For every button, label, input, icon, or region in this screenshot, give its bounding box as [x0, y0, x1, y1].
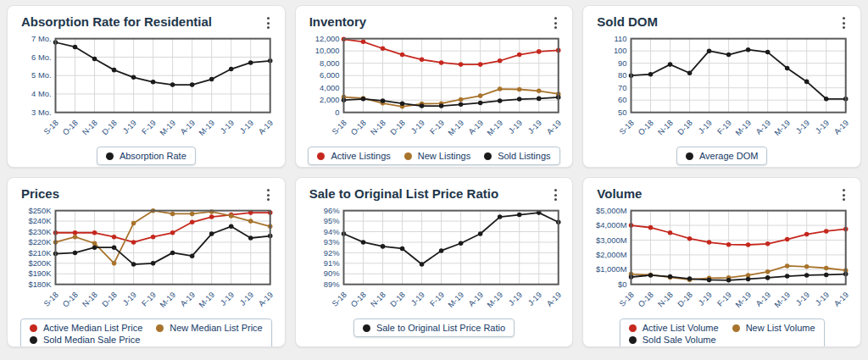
svg-text:N-18: N-18 — [368, 290, 387, 308]
legend-label: New List Volume — [746, 323, 815, 333]
legend-item[interactable]: New Median List Price — [156, 323, 262, 333]
svg-text:$220K: $220K — [28, 237, 52, 246]
svg-text:M-19: M-19 — [446, 290, 465, 309]
legend-item[interactable]: Active List Volume — [629, 323, 719, 333]
svg-text:91%: 91% — [323, 258, 339, 268]
legend-item[interactable]: Active Listings — [317, 151, 390, 161]
y-axis-ticks: $5,000M$4,000M$3,000M$2,000M$1,000M$0 — [596, 206, 627, 289]
svg-text:$1,000M: $1,000M — [596, 264, 627, 274]
svg-text:N-18: N-18 — [81, 118, 99, 136]
x-axis-ticks: S-18O-18N-18D-18J-19F-19M-19A-19M-19J-19… — [330, 118, 563, 137]
chart-title: Volume — [597, 186, 642, 202]
svg-text:90%: 90% — [323, 269, 339, 278]
svg-text:J-19: J-19 — [794, 290, 812, 307]
kebab-menu-icon[interactable] — [837, 186, 850, 204]
legend-row: Sold Sale Volume — [629, 335, 815, 345]
svg-text:3 Mo.: 3 Mo. — [31, 108, 51, 117]
legend-marker-dot — [30, 324, 37, 332]
legend-row: Active ListingsNew ListingsSold Listings — [317, 151, 550, 161]
kebab-menu-icon[interactable] — [549, 14, 562, 32]
legend-box: Absorption Rate — [97, 147, 196, 165]
svg-text:110: 110 — [615, 34, 627, 43]
legend-row: Average DOM — [686, 151, 759, 161]
kebab-menu-icon[interactable] — [262, 186, 275, 204]
svg-text:J-19: J-19 — [794, 118, 812, 136]
svg-text:S-18: S-18 — [330, 290, 348, 308]
chart-legend: Active List VolumeNew List VolumeSold Sa… — [592, 318, 852, 347]
svg-text:5 Mo.: 5 Mo. — [31, 70, 51, 80]
svg-text:12,000: 12,000 — [315, 34, 340, 43]
svg-text:J-19: J-19 — [506, 118, 524, 136]
chart-svg: 96%95%94%93%92%91%90%89%S-18O-18N-18D-18… — [304, 206, 565, 316]
legend-item[interactable]: Sale to Original List Price Ratio — [363, 323, 505, 333]
svg-text:94%: 94% — [323, 227, 339, 236]
chart-svg: $5,000M$4,000M$3,000M$2,000M$1,000M$0S-1… — [592, 206, 852, 316]
legend-marker-dot — [363, 324, 370, 332]
kebab-menu-icon[interactable] — [837, 14, 850, 32]
legend-row: Active Median List PriceNew Median List … — [30, 323, 263, 333]
card-header: Sale to Original List Price Ratio — [304, 185, 565, 206]
svg-text:J-19: J-19 — [814, 118, 832, 136]
svg-text:O-18: O-18 — [60, 118, 80, 137]
svg-text:A-19: A-19 — [256, 118, 275, 136]
legend-marker-dot — [404, 152, 412, 160]
svg-text:$0: $0 — [618, 280, 626, 289]
chart-legend: Active Median List PriceNew Median List … — [16, 318, 276, 347]
svg-text:10,000: 10,000 — [315, 46, 340, 55]
legend-row: Absorption Rate — [106, 151, 186, 161]
y-axis-ticks: 1101009080706050 — [614, 34, 627, 117]
svg-text:M-19: M-19 — [197, 290, 216, 309]
svg-text:J-19: J-19 — [218, 118, 236, 136]
svg-text:D-18: D-18 — [100, 290, 119, 308]
svg-text:N-18: N-18 — [656, 118, 675, 136]
svg-text:0: 0 — [335, 108, 339, 117]
svg-text:$180K: $180K — [28, 280, 52, 289]
chart-legend: Average DOM — [592, 147, 852, 165]
svg-text:D-18: D-18 — [387, 290, 406, 308]
x-axis-ticks: S-18O-18N-18D-18J-19F-19M-19A-19M-19J-19… — [42, 118, 275, 137]
chart-card-absorption-rate: Absorption Rate for Residential 7 Mo.6 M… — [7, 5, 286, 168]
legend-item[interactable]: Sold Sale Volume — [629, 335, 716, 345]
x-axis-ticks: S-18O-18N-18D-18J-19F-19M-19A-19M-19J-19… — [617, 290, 850, 309]
legend-box: Average DOM — [676, 147, 768, 165]
chart-plot-area: 1101009080706050S-18O-18N-18D-18J-19F-19… — [592, 34, 852, 144]
x-axis-ticks: S-18O-18N-18D-18J-19F-19M-19A-19M-19J-19… — [617, 118, 850, 137]
kebab-menu-icon[interactable] — [549, 186, 562, 204]
svg-text:93%: 93% — [323, 237, 339, 246]
kebab-menu-icon[interactable] — [262, 14, 275, 32]
svg-text:A-19: A-19 — [256, 290, 275, 308]
svg-text:92%: 92% — [323, 248, 339, 258]
legend-marker-dot — [156, 324, 164, 332]
svg-text:$250K: $250K — [28, 206, 52, 215]
chart-title: Sale to Original List Price Ratio — [309, 186, 498, 202]
chart-plot-area: $250K$240K$230K$220K$210K$200K$190K$180K… — [16, 206, 276, 316]
chart-legend: Absorption Rate — [16, 147, 276, 165]
svg-text:J-19: J-19 — [814, 290, 832, 307]
svg-text:F-19: F-19 — [715, 118, 733, 136]
legend-item[interactable]: Absorption Rate — [106, 151, 186, 161]
legend-item[interactable]: New List Volume — [732, 323, 815, 333]
y-axis-ticks: 12,00010,0008,0006,0004,0002,0000 — [315, 34, 340, 117]
svg-text:80: 80 — [618, 70, 626, 80]
legend-label: Sale to Original List Price Ratio — [376, 323, 505, 333]
legend-marker-dot — [629, 324, 637, 332]
legend-label: New Listings — [418, 151, 470, 161]
legend-item[interactable]: Active Median List Price — [30, 323, 142, 333]
svg-text:$3,000M: $3,000M — [596, 235, 627, 245]
chart-card-sold-dom: Sold DOM 1101009080706050S-18O-18N-18D-1… — [582, 5, 861, 168]
svg-text:S-18: S-18 — [42, 118, 60, 136]
legend-item[interactable]: Sold Listings — [484, 151, 550, 161]
svg-text:D-18: D-18 — [676, 290, 694, 308]
legend-marker-dot — [106, 152, 114, 160]
chart-svg: 12,00010,0008,0006,0004,0002,0000S-18O-1… — [304, 34, 565, 144]
chart-legend: Active ListingsNew ListingsSold Listings — [304, 147, 565, 165]
svg-text:A-19: A-19 — [466, 118, 485, 136]
card-header: Prices — [16, 185, 276, 206]
svg-text:7 Mo.: 7 Mo. — [31, 34, 51, 43]
chart-title: Absorption Rate for Residential — [21, 14, 212, 30]
svg-text:A-19: A-19 — [544, 290, 563, 308]
legend-item[interactable]: New Listings — [404, 151, 470, 161]
legend-item[interactable]: Average DOM — [686, 151, 759, 161]
legend-item[interactable]: Sold Median Sale Price — [30, 335, 140, 345]
svg-text:$230K: $230K — [28, 227, 52, 236]
